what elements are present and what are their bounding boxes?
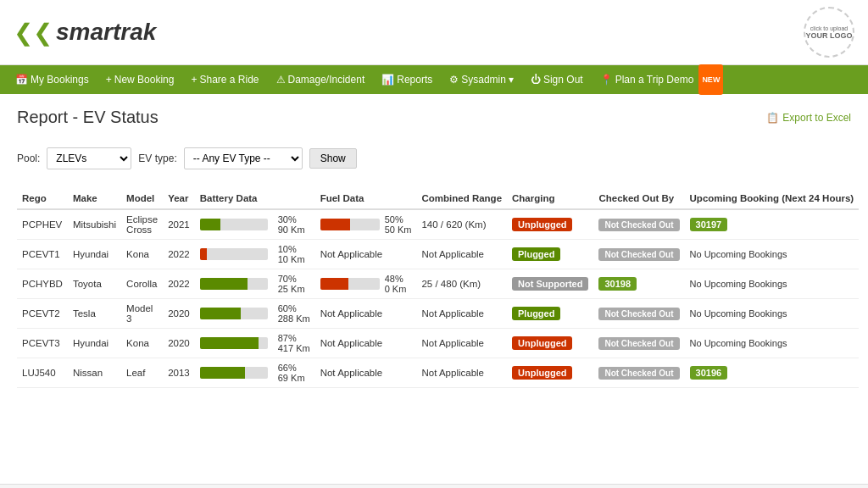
ev-status-table: Rego Make Model Year Battery Data Fuel D… bbox=[17, 188, 859, 388]
cell-combined: 25 / 480 (Km) bbox=[416, 269, 507, 299]
cell-fuel: Not Applicable bbox=[315, 299, 417, 329]
booking-badge: 30196 bbox=[690, 366, 728, 380]
cell-combined: Not Applicable bbox=[416, 299, 507, 329]
export-excel-link[interactable]: 📋 Export to Excel bbox=[766, 112, 851, 124]
main-nav: 📅 My Bookings + New Booking + Share a Ri… bbox=[0, 65, 868, 94]
cell-charging: Plugged bbox=[507, 299, 593, 329]
cell-year: 2022 bbox=[163, 269, 195, 299]
show-button[interactable]: Show bbox=[309, 148, 357, 169]
cell-checked-out: Not Checked Out bbox=[593, 209, 684, 240]
cell-checked-out: Not Checked Out bbox=[593, 299, 684, 329]
cell-booking: 30197 bbox=[685, 209, 860, 240]
cell-fuel: 50%50 Km bbox=[315, 209, 417, 240]
cell-make: Hyundai bbox=[68, 240, 121, 269]
cell-year: 2020 bbox=[163, 299, 195, 329]
cell-booking: No Upcoming Bookings bbox=[685, 240, 860, 269]
export-label: Export to Excel bbox=[782, 112, 851, 124]
filter-bar: Pool: ZLEVs EV type: -- Any EV Type -- S… bbox=[17, 141, 851, 176]
cell-rego: PCHYBD bbox=[17, 269, 68, 299]
cell-rego: PCEVT1 bbox=[17, 240, 68, 269]
table-row: PCPHEV Mitsubishi Eclipse Cross 2021 30%… bbox=[17, 209, 859, 240]
pool-label: Pool: bbox=[17, 152, 40, 164]
pool-select[interactable]: ZLEVs bbox=[47, 147, 131, 169]
cell-battery-bar bbox=[195, 240, 273, 269]
cell-rego: PCEVT2 bbox=[17, 299, 68, 329]
fuel-not-applicable: Not Applicable bbox=[320, 308, 383, 319]
cell-checked-out: Not Checked Out bbox=[593, 358, 684, 388]
table-row: PCEVT1 Hyundai Kona 2022 10%10 Km Not Ap… bbox=[17, 240, 859, 269]
cell-rego: PCPHEV bbox=[17, 209, 68, 240]
cell-charging: Unplugged bbox=[507, 358, 593, 388]
cell-rego: PCEVT3 bbox=[17, 329, 68, 358]
fuel-text: 50%50 Km bbox=[385, 214, 412, 235]
cell-combined: Not Applicable bbox=[416, 240, 507, 269]
not-checked-out-badge: Not Checked Out bbox=[598, 248, 679, 261]
table-row: PCEVT2 Tesla Model 3 2020 60%288 Km Not … bbox=[17, 299, 859, 329]
table-header-row: Rego Make Model Year Battery Data Fuel D… bbox=[17, 188, 859, 209]
cell-battery-bar bbox=[195, 358, 273, 388]
cell-battery-text: 10%10 Km bbox=[273, 240, 315, 269]
footer: Signed In: AYMAN.ABDUL-KAREEM@SMARTRAK.C… bbox=[0, 484, 868, 488]
charging-badge: Unplugged bbox=[512, 366, 572, 380]
no-booking-text: No Upcoming Bookings bbox=[690, 279, 787, 289]
fuel-not-applicable: Not Applicable bbox=[320, 249, 383, 259]
header: ❮❮ smartrak click to upload YOUR LOGO bbox=[0, 0, 868, 65]
cell-fuel: Not Applicable bbox=[315, 240, 417, 269]
ev-type-select[interactable]: -- Any EV Type -- bbox=[184, 147, 303, 169]
cell-model: Corolla bbox=[121, 269, 163, 299]
nav-my-bookings[interactable]: 📅 My Bookings bbox=[7, 65, 97, 94]
nav-plan-trip[interactable]: 📍 Plan a Trip Demo NEW bbox=[592, 65, 732, 94]
your-logo-label: YOUR LOGO bbox=[805, 31, 852, 40]
col-booking: Upcoming Booking (Next 24 Hours) bbox=[685, 188, 860, 209]
cell-battery-text: 87%417 Km bbox=[273, 329, 315, 358]
table-row: PCEVT3 Hyundai Kona 2020 87%417 Km Not A… bbox=[17, 329, 859, 358]
nav-new-booking[interactable]: + New Booking bbox=[97, 65, 183, 94]
cell-charging: Not Supported bbox=[507, 269, 593, 299]
charging-badge: Plugged bbox=[512, 307, 560, 320]
table-row: LUJ540 Nissan Leaf 2013 66%69 Km Not App… bbox=[17, 358, 859, 388]
no-booking-text: No Upcoming Bookings bbox=[690, 249, 787, 259]
no-booking-text: No Upcoming Bookings bbox=[690, 308, 787, 319]
cell-checked-out: Not Checked Out bbox=[593, 329, 684, 358]
nav-sign-out[interactable]: ⏻ Sign Out bbox=[522, 65, 592, 94]
fuel-text: 48%0 Km bbox=[385, 274, 407, 294]
cell-booking: 30196 bbox=[685, 358, 860, 388]
table-row: PCHYBD Toyota Corolla 2022 70%25 Km 48%0… bbox=[17, 269, 859, 299]
cell-battery-bar bbox=[195, 269, 273, 299]
cell-model: Eclipse Cross bbox=[121, 209, 163, 240]
cell-model: Model 3 bbox=[121, 299, 163, 329]
fuel-bar-wrap: 50%50 Km bbox=[320, 214, 412, 235]
col-make: Make bbox=[68, 188, 121, 209]
cell-booking: No Upcoming Bookings bbox=[685, 299, 860, 329]
not-checked-out-badge: Not Checked Out bbox=[598, 308, 679, 320]
col-battery: Battery Data bbox=[195, 188, 315, 209]
charging-badge: Unplugged bbox=[512, 336, 572, 350]
booking-badge: 30197 bbox=[690, 218, 728, 231]
checked-out-badge: 30198 bbox=[598, 277, 637, 291]
cell-battery-bar bbox=[195, 299, 273, 329]
cell-battery-text: 70%25 Km bbox=[273, 269, 315, 299]
cell-fuel: Not Applicable bbox=[315, 329, 417, 358]
cell-year: 2013 bbox=[163, 358, 195, 388]
nav-reports[interactable]: 📊 Reports bbox=[373, 65, 441, 94]
fuel-bar-wrap: 48%0 Km bbox=[320, 274, 412, 294]
logo-chevron-icon: ❮❮ bbox=[14, 19, 53, 47]
cell-combined: Not Applicable bbox=[416, 329, 507, 358]
upload-logo[interactable]: click to upload YOUR LOGO bbox=[804, 7, 854, 58]
nav-damage-incident[interactable]: ⚠ Damage/Incident bbox=[268, 65, 374, 94]
not-checked-out-badge: Not Checked Out bbox=[598, 219, 679, 231]
upload-click-label: click to upload bbox=[810, 25, 848, 31]
cell-combined: 140 / 620 (Km) bbox=[416, 209, 507, 240]
cell-model: Kona bbox=[121, 240, 163, 269]
main-content: Report - EV Status 📋 Export to Excel Poo… bbox=[0, 94, 868, 484]
cell-battery-text: 60%288 Km bbox=[273, 299, 315, 329]
nav-sysadmin[interactable]: ⚙ Sysadmin ▾ bbox=[441, 65, 522, 94]
fuel-not-applicable: Not Applicable bbox=[320, 338, 383, 348]
cell-checked-out: 30198 bbox=[593, 269, 684, 299]
cell-battery-text: 66%69 Km bbox=[273, 358, 315, 388]
no-booking-text: No Upcoming Bookings bbox=[690, 338, 787, 348]
col-charging: Charging bbox=[507, 188, 593, 209]
cell-battery-text: 30%90 Km bbox=[273, 209, 315, 240]
nav-share-ride[interactable]: + Share a Ride bbox=[182, 65, 267, 94]
cell-make: Mitsubishi bbox=[68, 209, 121, 240]
